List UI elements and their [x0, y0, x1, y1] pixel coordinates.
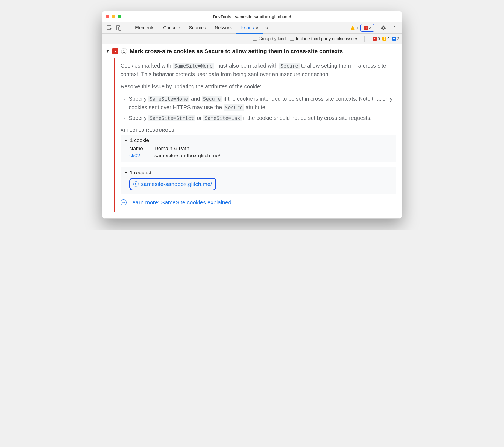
tab-strip: Elements Console Sources Network Issues … [131, 22, 270, 33]
warning-count: 1 [356, 25, 358, 30]
learn-more-link[interactable]: Learn more: SameSite cookies explained [129, 199, 232, 206]
warning-icon: ! [382, 37, 386, 41]
divider [364, 36, 365, 42]
code-secure: Secure [202, 96, 222, 102]
issue-header-row[interactable]: ▼ × 1 Mark cross-site cookies as Secure … [102, 48, 402, 54]
error-counter-highlighted[interactable]: ×3 [360, 24, 374, 32]
th-domain: Domain & Path [154, 146, 189, 152]
device-toggle-icon[interactable] [116, 25, 122, 31]
arrow-icon: → [121, 95, 126, 112]
arrow-icon: → [121, 114, 126, 122]
issues-content: ▼ × 1 Mark cross-site cookies as Secure … [102, 44, 402, 218]
checkbox-icon [253, 37, 257, 41]
settings-button[interactable] [378, 25, 389, 31]
include-thirdparty-label: Include third-party cookie issues [296, 36, 358, 41]
issue-body: Cookies marked with SameSite=None must a… [114, 58, 402, 212]
group-by-kind-label: Group by kind [259, 36, 286, 41]
request-url: samesite-sandbox.glitch.me/ [141, 181, 212, 187]
inspect-icon[interactable] [107, 25, 112, 31]
code-secure: Secure [279, 63, 300, 69]
affected-requests-section: ▼ 1 request samesite-sandbox.glitch.me/ [121, 167, 396, 194]
affected-resources-label: AFFECTED RESOURCES [121, 128, 396, 132]
traffic-lights [102, 15, 121, 18]
group-by-kind-checkbox[interactable]: Group by kind [253, 36, 286, 41]
affected-cookies-section: ▼ 1 cookie Name Domain & Path ck02 sames… [121, 135, 396, 162]
include-thirdparty-checkbox[interactable]: Include third-party cookie issues [290, 36, 358, 41]
close-tab-icon[interactable]: × [256, 25, 259, 31]
svg-rect-2 [119, 27, 121, 30]
learn-more-row[interactable]: → Learn more: SameSite cookies explained [121, 199, 396, 206]
issue-occurrence-count: 1 [121, 48, 127, 54]
code-samesite-lax: SameSite=Lax [203, 115, 242, 121]
page-error-icon: × [112, 48, 118, 54]
error-count: 3 [369, 25, 371, 30]
maximize-window-button[interactable] [118, 15, 121, 18]
divider [126, 25, 126, 31]
resolution-item-2: → Specify SameSite=Strict or SameSite=La… [121, 114, 396, 122]
divider [376, 25, 376, 31]
info-icon [392, 37, 396, 41]
external-link-icon: → [121, 199, 127, 205]
request-link-highlighted[interactable]: samesite-sandbox.glitch.me/ [129, 178, 216, 190]
tab-sources[interactable]: Sources [184, 22, 210, 33]
cookie-row: ck02 samesite-sandbox.glitch.me/ [129, 153, 392, 159]
more-tabs-button[interactable]: » [263, 22, 270, 33]
warning-issues-count[interactable]: !0 [382, 36, 389, 41]
svg-rect-3 [393, 38, 395, 39]
error-issues-count[interactable]: ×3 [373, 36, 380, 41]
cookie-name-link[interactable]: ck02 [129, 153, 140, 158]
window-title: DevTools - samesite-sandbox.glitch.me/ [102, 14, 402, 19]
tab-network[interactable]: Network [210, 22, 236, 33]
expand-icon[interactable]: ▼ [106, 49, 110, 53]
requests-disclosure[interactable]: ▼ 1 request [124, 170, 392, 176]
warning-counter[interactable]: 1 [348, 25, 360, 31]
resolution-item-1: → Specify SameSite=None and Secure if th… [121, 95, 396, 112]
cookie-table: Name Domain & Path ck02 samesite-sandbox… [129, 146, 392, 159]
cookie-domain-value: samesite-sandbox.glitch.me/ [154, 153, 220, 159]
info-issues-count[interactable]: 2 [392, 36, 399, 41]
issue-description-2: Resolve this issue by updating the attri… [121, 82, 396, 91]
window-titlebar: DevTools - samesite-sandbox.glitch.me/ [102, 11, 402, 22]
error-icon: × [373, 37, 377, 41]
code-samesite-strict: SameSite=Strict [148, 115, 195, 121]
network-request-icon [133, 181, 139, 187]
code-secure: Secure [224, 104, 244, 111]
cookies-disclosure[interactable]: ▼ 1 cookie [124, 137, 392, 143]
close-window-button[interactable] [106, 15, 109, 18]
code-samesite-none: SameSite=None [173, 63, 214, 69]
cookies-header-label: 1 cookie [130, 137, 149, 143]
warning-icon [350, 26, 355, 30]
issue-description-1: Cookies marked with SameSite=None must a… [121, 62, 396, 79]
issue-title: Mark cross-site cookies as Secure to all… [130, 48, 343, 54]
main-toolbar: Elements Console Sources Network Issues … [102, 22, 402, 34]
minimize-window-button[interactable] [112, 15, 115, 18]
devtools-window: DevTools - samesite-sandbox.glitch.me/ E… [102, 11, 402, 219]
code-samesite-none: SameSite=None [148, 96, 189, 102]
expand-icon: ▼ [124, 138, 128, 142]
requests-header-label: 1 request [130, 170, 151, 176]
th-name: Name [129, 146, 143, 152]
tab-issues[interactable]: Issues × [236, 22, 263, 33]
issue-counts: ×3 !0 2 [373, 36, 399, 41]
tab-elements[interactable]: Elements [131, 22, 159, 33]
tab-issues-label: Issues [241, 25, 254, 31]
error-icon: × [364, 26, 368, 30]
issues-filter-bar: Group by kind Include third-party cookie… [102, 34, 402, 44]
tab-console[interactable]: Console [159, 22, 184, 33]
checkbox-icon [290, 37, 294, 41]
more-options-button[interactable]: ⋮ [389, 25, 400, 31]
expand-icon: ▼ [124, 171, 128, 175]
